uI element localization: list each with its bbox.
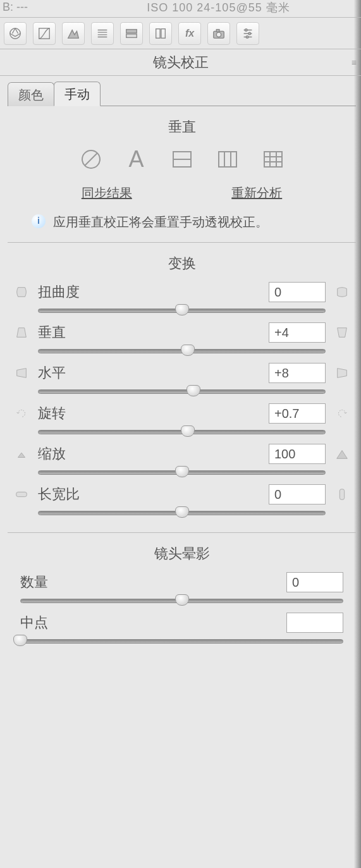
aspect-right-icon — [333, 486, 351, 503]
svg-rect-5 — [161, 28, 165, 38]
svg-rect-25 — [340, 489, 344, 500]
vignette-midpoint-input[interactable] — [286, 613, 343, 633]
scale-slider[interactable] — [38, 467, 326, 478]
horizontal-slider[interactable] — [38, 386, 326, 397]
split-tool-icon[interactable] — [120, 22, 143, 45]
detail-tool-icon[interactable] — [91, 22, 114, 45]
panel-menu-icon[interactable]: ≡ — [352, 58, 355, 68]
info-icon: i — [32, 214, 46, 228]
vignette-amount-slider[interactable] — [20, 595, 343, 606]
svg-point-10 — [248, 32, 251, 35]
vertical-right-icon — [333, 324, 351, 341]
svg-point-7 — [216, 32, 221, 37]
panel-title: 镜头校正 ≡ — [0, 49, 361, 76]
horizontal-right-icon — [333, 364, 351, 382]
svg-rect-19 — [264, 152, 282, 167]
svg-point-9 — [245, 28, 247, 31]
scale-input[interactable] — [269, 444, 326, 464]
upright-info-box: i 应用垂直校正将会重置手动透视校正。 — [13, 213, 351, 235]
horizontal-input[interactable] — [269, 363, 326, 383]
vignette-amount-label: 数量 — [20, 573, 279, 592]
upright-auto-icon[interactable]: A — [123, 145, 150, 173]
svg-rect-4 — [156, 28, 160, 38]
iso-lens-text: ISO 100 24-105@55 毫米 — [78, 0, 358, 15]
scale-right-icon — [333, 445, 351, 463]
vertical-left-icon — [13, 324, 30, 341]
aspect-left-icon — [13, 486, 30, 503]
horizontal-label: 水平 — [38, 364, 261, 382]
tab-bar: 颜色 手动 — [8, 80, 356, 106]
svg-rect-2 — [126, 29, 137, 33]
rotate-left-icon — [13, 405, 30, 422]
transform-section: 变换 扭曲度 垂直 水平 旋转 — [8, 243, 356, 533]
upright-section: 垂直 A 同步结果 重新分析 i 应用垂直校正将会重置手动透视校正。 — [8, 106, 356, 243]
vertical-input[interactable] — [269, 322, 326, 343]
camera-tool-icon[interactable] — [207, 22, 230, 45]
vertical-label: 垂直 — [38, 323, 261, 342]
rotate-right-icon — [333, 405, 351, 422]
presets-tool-icon[interactable] — [236, 22, 259, 45]
svg-line-13 — [85, 153, 97, 166]
svg-point-11 — [246, 35, 248, 38]
aspect-label: 长宽比 — [38, 485, 261, 504]
distortion-right-icon — [333, 283, 351, 301]
sync-results-link[interactable]: 同步结果 — [82, 185, 132, 202]
upright-full-icon[interactable] — [259, 145, 287, 173]
exif-info-bar: B: --- ISO 100 24-105@55 毫米 — [0, 0, 361, 18]
vignette-section: 镜头晕影 数量 中点 — [8, 533, 356, 661]
rotate-label: 旋转 — [38, 404, 261, 423]
distortion-left-icon — [13, 283, 30, 301]
upright-vertical-icon[interactable] — [214, 145, 242, 173]
fx-tool-icon[interactable]: fx — [178, 22, 201, 45]
scale-label: 缩放 — [38, 444, 261, 463]
horizontal-left-icon — [13, 364, 30, 382]
upright-title: 垂直 — [13, 118, 351, 137]
svg-rect-3 — [126, 34, 137, 37]
vignette-amount-input[interactable] — [286, 572, 343, 592]
svg-rect-24 — [16, 492, 27, 496]
rotate-slider[interactable] — [38, 426, 326, 437]
reanalyze-link[interactable]: 重新分析 — [231, 185, 282, 202]
aperture-tool-icon[interactable] — [4, 22, 27, 45]
vignette-midpoint-label: 中点 — [20, 613, 279, 632]
svg-rect-16 — [219, 152, 236, 167]
tab-manual[interactable]: 手动 — [54, 82, 101, 106]
transform-title: 变换 — [13, 254, 351, 273]
distortion-slider[interactable] — [38, 305, 326, 316]
tab-color[interactable]: 颜色 — [8, 82, 54, 106]
b-channel-label: B: --- — [3, 1, 78, 14]
aspect-input[interactable] — [269, 484, 326, 504]
vertical-slider[interactable] — [38, 345, 326, 357]
distortion-label: 扭曲度 — [38, 283, 261, 302]
vignette-midpoint-slider[interactable] — [20, 635, 343, 647]
aspect-slider[interactable] — [38, 507, 326, 518]
upright-off-icon[interactable] — [77, 145, 105, 173]
rotate-input[interactable] — [269, 403, 326, 424]
svg-point-0 — [10, 28, 21, 39]
scale-left-icon — [13, 445, 30, 463]
upright-level-icon[interactable] — [168, 145, 196, 173]
tool-strip: fx — [0, 18, 361, 49]
svg-rect-8 — [216, 29, 219, 32]
upright-info-text: 应用垂直校正将会重置手动透视校正。 — [53, 213, 268, 231]
vignette-title: 镜头晕影 — [13, 544, 351, 563]
lens-tool-icon[interactable] — [149, 22, 172, 45]
distortion-input[interactable] — [269, 282, 326, 302]
mountain-tool-icon[interactable] — [62, 22, 85, 45]
curves-tool-icon[interactable] — [33, 22, 56, 45]
